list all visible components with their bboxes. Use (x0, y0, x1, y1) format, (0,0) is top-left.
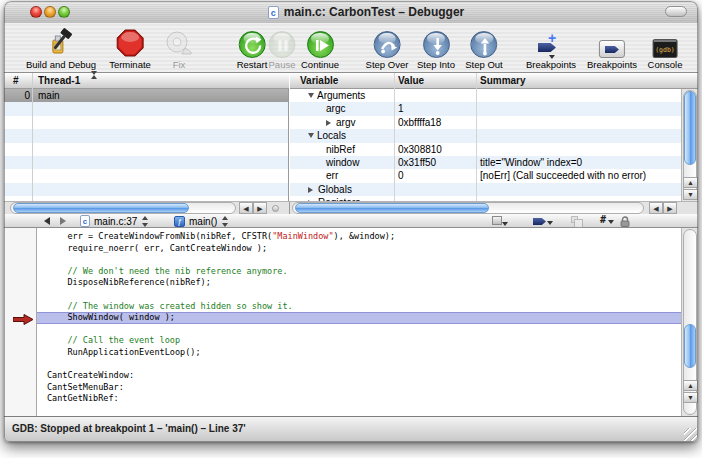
program-counter-arrow-icon[interactable] (13, 314, 34, 325)
code-line[interactable] (4, 324, 681, 336)
thread-row-empty[interactable] (4, 169, 288, 182)
variable-row[interactable]: argc1 (290, 102, 681, 115)
disclosure-triangle-icon[interactable] (326, 120, 331, 126)
popup-stepper-icon (141, 216, 148, 227)
breakpoints-window-button[interactable]: Breakpoints (587, 25, 637, 70)
file-icon: c (80, 215, 90, 227)
fix-button[interactable]: Fix (165, 25, 193, 70)
variable-row[interactable]: argv0xbffffa18 (290, 116, 681, 129)
title-bar[interactable]: c main.c: CarbonTest – Debugger (4, 1, 698, 23)
function-popup[interactable]: ƒ main() (174, 214, 228, 228)
code-line[interactable]: CantSetMenuBar: (4, 382, 681, 394)
code-line[interactable]: CantCreateWindow: (4, 370, 681, 382)
build-and-debug-button[interactable]: Build and Debug (26, 25, 96, 70)
toolbar-label: Fix (165, 59, 193, 70)
toolbar-label: Breakpoints (526, 59, 576, 70)
restart-button[interactable]: Restart (237, 25, 268, 70)
thread-hscrollbar-thumb[interactable] (13, 203, 189, 213)
column-header-variable[interactable]: Variable (300, 75, 338, 86)
thread-row-empty[interactable] (4, 116, 288, 129)
disclosure-triangle-icon[interactable] (308, 133, 314, 138)
pane-splitter-dimple[interactable] (272, 205, 279, 212)
code-line[interactable]: CantGetNibRef: (4, 393, 681, 405)
toolbar-toggle-button[interactable] (665, 6, 687, 17)
scroll-up-button[interactable]: ▲ (683, 380, 698, 391)
column-header-summary[interactable]: Summary (480, 75, 526, 86)
editor-vertical-scrollbar[interactable]: ▲ ▼ (681, 228, 698, 416)
source-code-editor[interactable]: err = CreateWindowFromNib(nibRef, CFSTR(… (4, 228, 681, 416)
variable-row[interactable]: nibRef0x308810 (290, 143, 681, 156)
go-back-button[interactable] (44, 217, 50, 225)
scrollbar-thumb[interactable] (684, 324, 696, 368)
code-line[interactable]: // We don't need the nib reference anymo… (4, 266, 681, 278)
breakpoint-marker-button[interactable] (533, 216, 546, 225)
editor-mode-button[interactable] (492, 216, 502, 225)
disclosure-triangle-icon[interactable] (308, 187, 313, 193)
column-header-value[interactable]: Value (398, 75, 424, 86)
fix-icon (165, 25, 193, 58)
thread-row-empty[interactable] (4, 156, 288, 169)
toolbar-label: Pause (269, 59, 296, 70)
document-proxy-icon[interactable]: c (268, 6, 279, 19)
scroll-right-button[interactable]: ▶ (663, 202, 677, 214)
counterpart-button[interactable] (571, 216, 578, 223)
step-over-icon (366, 25, 409, 58)
scroll-right-button[interactable]: ▶ (253, 202, 267, 214)
code-line[interactable] (4, 254, 681, 266)
terminate-button[interactable]: Terminate (109, 25, 151, 70)
restart-icon (237, 25, 268, 58)
breakpoints-menu-button[interactable]: + Breakpoints (526, 25, 576, 70)
thread-row[interactable]: 0main (4, 89, 288, 102)
desktop: c main.c: CarbonTest – Debugger Build an… (0, 0, 702, 458)
scroll-left-button[interactable]: ◀ (239, 202, 253, 214)
status-bar: GDB: Stopped at breakpoint 1 – 'main() –… (4, 416, 698, 442)
go-forward-button[interactable] (60, 217, 66, 225)
code-line[interactable] (4, 359, 681, 371)
scrollbar-thumb[interactable] (684, 91, 696, 165)
thread-row-empty[interactable] (4, 183, 288, 196)
scroll-up-button[interactable]: ▲ (683, 177, 698, 188)
line-number-button[interactable]: # (600, 214, 606, 225)
variable-row[interactable]: err0[noErr] (Call succeeded with no erro… (290, 169, 681, 182)
variables-vertical-scrollbar[interactable]: ▲ ▼ (681, 89, 698, 201)
code-line[interactable]: RunApplicationEventLoop(); (4, 347, 681, 359)
step-over-button[interactable]: Step Over (366, 25, 409, 70)
code-line[interactable]: require_noerr( err, CantCreateWindow ); (4, 243, 681, 255)
thread-row-empty[interactable] (4, 143, 288, 156)
scroll-down-button[interactable]: ▼ (683, 392, 698, 403)
code-line-current[interactable]: ShowWindow( window ); (4, 312, 681, 324)
step-into-icon (417, 25, 455, 58)
variable-row[interactable]: window0x31ff50title="Window" index=0 (290, 156, 681, 169)
thread-table-header[interactable]: # Thread-1 (4, 73, 289, 89)
step-out-button[interactable]: Step Out (465, 25, 503, 70)
toolbar: Build and Debug Terminate Fix (4, 23, 698, 73)
code-line[interactable] (4, 289, 681, 301)
variable-row[interactable]: Arguments (290, 89, 681, 102)
code-line[interactable]: // The window was created hidden so show… (4, 301, 681, 313)
popup-stepper-icon (221, 216, 228, 227)
variable-row[interactable]: Globals (290, 183, 681, 196)
thread-row-empty[interactable] (4, 102, 288, 115)
column-header-number[interactable]: # (13, 75, 19, 86)
step-into-button[interactable]: Step Into (417, 25, 455, 70)
function-icon: ƒ (174, 216, 185, 227)
toolbar-label: Step Over (366, 59, 409, 70)
column-header-thread[interactable]: Thread-1 (38, 75, 80, 86)
variable-row[interactable]: Locals (290, 129, 681, 142)
disclosure-triangle-icon[interactable] (308, 93, 314, 98)
file-popup[interactable]: c main.c:37 (80, 214, 148, 228)
scroll-down-button[interactable]: ▼ (683, 189, 698, 200)
continue-button[interactable]: Continue (301, 25, 339, 70)
file-popup-label: main.c:37 (94, 216, 137, 227)
scroll-left-button[interactable]: ◀ (649, 202, 663, 214)
pause-button[interactable]: Pause (269, 25, 296, 70)
code-line[interactable]: // Call the event loop (4, 335, 681, 347)
thread-row-empty[interactable] (4, 129, 288, 142)
code-line[interactable]: err = CreateWindowFromNib(nibRef, CFSTR(… (4, 231, 681, 243)
pause-icon (269, 25, 296, 58)
code-line[interactable]: DisposeNibReference(nibRef); (4, 277, 681, 289)
variables-table-header[interactable]: Variable Value Summary (290, 73, 698, 89)
resize-grip[interactable] (684, 428, 697, 441)
variables-hscrollbar-thumb[interactable] (295, 203, 489, 213)
console-button[interactable]: (gdb) Console (648, 25, 683, 70)
